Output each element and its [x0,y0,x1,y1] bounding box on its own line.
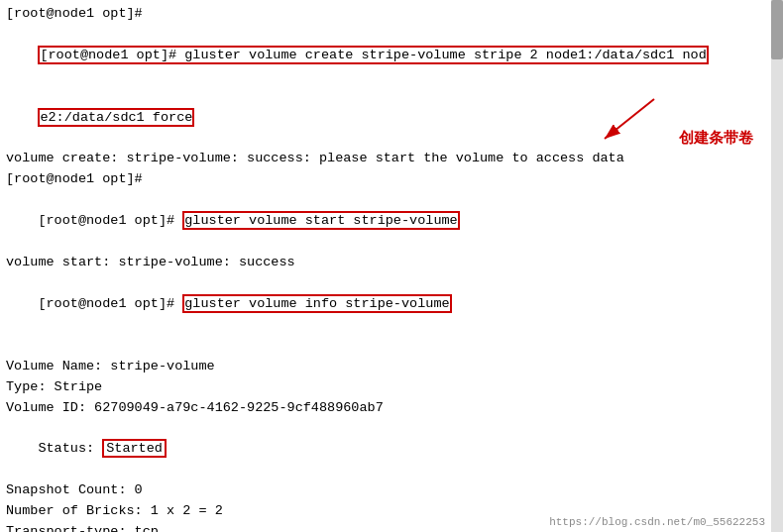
status-label: Status: [38,441,102,456]
line-text: e2:/data/sdc1 force [38,108,194,127]
cmd-highlight-info: gluster volume info stripe-volume [182,294,451,313]
line-text: Snapshot Count: 0 [6,482,143,497]
line-text: Type: Stripe [6,379,102,394]
line-8: [root@node1 opt]# gluster volume info st… [6,273,777,336]
status-value: Started [102,439,167,458]
prompt: [root@node1 opt]# [38,296,182,311]
watermark: https://blog.csdn.net/m0_55622253 [549,516,765,528]
scrollbar[interactable] [771,0,783,532]
line-1: [root@node1 opt]# [6,4,777,25]
arrow [585,89,664,153]
line-6: [root@node1 opt]# gluster volume start s… [6,190,777,253]
line-text: Number of Bricks: 1 x 2 = 2 [6,503,223,518]
terminal: [root@node1 opt]# [root@node1 opt]# glus… [0,0,783,532]
annotation-label: 创建条带卷 [679,129,753,148]
line-text: [root@node1 opt]# gluster volume create … [38,46,708,64]
scrollbar-thumb[interactable] [771,0,783,59]
line-7: volume start: stripe-volume: success [6,253,777,273]
line-9 [6,336,777,357]
line-text: volume create: stripe-volume: success: p… [6,151,624,165]
prompt: [root@node1 opt]# [38,213,182,228]
line-5: [root@node1 opt]# [6,169,777,190]
line-text: volume start: stripe-volume: success [6,255,295,269]
line-12: Volume ID: 62709049-a79c-4162-9225-9cf48… [6,398,777,419]
line-text: [root@node1 opt]# [6,6,143,21]
line-13: Status: Started [6,418,777,480]
line-text: Volume ID: 62709049-a79c-4162-9225-9cf48… [6,400,384,415]
line-text: Volume Name: stripe-volume [6,359,215,373]
line-text: Transport-type: tcp [6,524,159,532]
cmd-highlight-start: gluster volume start stripe-volume [182,211,459,230]
line-text: [root@node1 opt]# [6,171,143,186]
line-14: Snapshot Count: 0 [6,480,777,501]
line-10: Volume Name: stripe-volume [6,357,777,377]
svg-line-1 [605,99,654,139]
line-2: [root@node1 opt]# gluster volume create … [6,25,777,87]
line-11: Type: Stripe [6,377,777,398]
